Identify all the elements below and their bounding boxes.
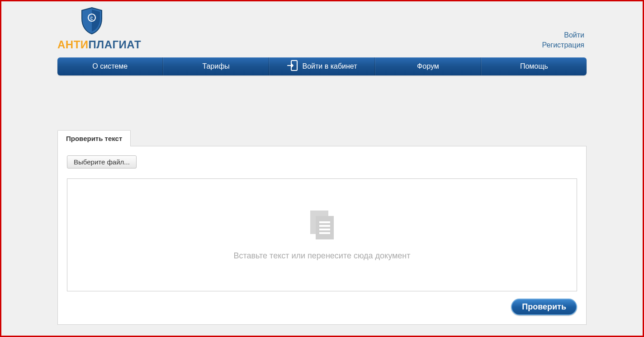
header: c АНТИПЛАГИАТ Войти Регистрация [57, 7, 587, 51]
tab-check-text[interactable]: Проверить текст [57, 130, 131, 146]
content: Проверить текст Выберите файл... Вставьт… [57, 130, 587, 325]
logo-part1: АНТИ [57, 38, 89, 51]
check-button[interactable]: Проверить [511, 299, 577, 315]
auth-links: Войти Регистрация [542, 7, 587, 50]
text-input-area[interactable]: Вставьте текст или перенесите сюда докум… [67, 178, 577, 291]
textarea-placeholder: Вставьте текст или перенесите сюда докум… [233, 251, 410, 261]
register-link[interactable]: Регистрация [542, 40, 584, 50]
nav-cabinet-label: Войти в кабинет [302, 62, 357, 70]
svg-rect-6 [319, 225, 330, 227]
shield-icon: c [80, 7, 104, 37]
nav-about[interactable]: О системе [57, 57, 163, 75]
document-icon [308, 210, 336, 242]
navbar: О системе Тарифы Войти в кабинет Форум П… [57, 57, 587, 75]
choose-file-button[interactable]: Выберите файл... [67, 155, 137, 168]
logo-text: АНТИПЛАГИАТ [57, 38, 141, 51]
svg-rect-5 [319, 221, 330, 223]
nav-about-label: О системе [92, 62, 128, 70]
svg-rect-4 [316, 216, 334, 239]
svg-text:c: c [90, 15, 93, 21]
check-panel: Выберите файл... Вставьте текст или пере… [57, 146, 587, 325]
svg-rect-8 [319, 232, 330, 234]
nav-tariffs-label: Тарифы [202, 62, 229, 70]
login-icon [287, 60, 298, 73]
nav-help[interactable]: Помощь [481, 57, 587, 75]
svg-rect-7 [319, 229, 330, 230]
nav-forum-label: Форум [417, 62, 439, 70]
nav-cabinet[interactable]: Войти в кабинет [269, 57, 375, 75]
nav-tariffs[interactable]: Тарифы [163, 57, 269, 75]
nav-forum[interactable]: Форум [375, 57, 481, 75]
action-row: Проверить [67, 299, 577, 315]
nav-help-label: Помощь [520, 62, 548, 70]
logo-part2: ПЛАГИАТ [89, 38, 142, 51]
logo: c АНТИПЛАГИАТ [57, 7, 141, 51]
login-link[interactable]: Войти [542, 30, 584, 40]
